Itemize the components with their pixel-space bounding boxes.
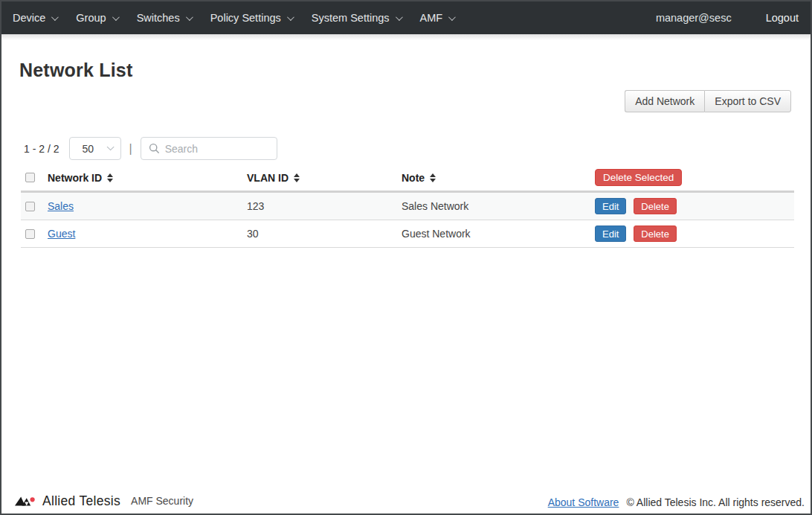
- search-icon: [149, 143, 160, 154]
- nav-item-switches[interactable]: Switches: [127, 1, 201, 34]
- select-all-checkbox[interactable]: [25, 173, 35, 182]
- sort-icon[interactable]: [430, 173, 436, 182]
- delete-selected-button[interactable]: Delete Selected: [595, 169, 682, 186]
- navbar-shadow: [1, 34, 811, 40]
- nav-item-policy-settings[interactable]: Policy Settings: [201, 1, 302, 34]
- network-id-link[interactable]: Sales: [48, 200, 74, 212]
- table-row: Guest 30 Guest Network Edit Delete: [21, 220, 794, 248]
- list-toolbar: 1 - 2 / 2 50 |: [24, 137, 811, 160]
- column-header-network-id: Network ID: [48, 172, 102, 184]
- sort-icon[interactable]: [294, 173, 300, 182]
- edit-button[interactable]: Edit: [595, 225, 626, 242]
- page-size-select[interactable]: 50: [69, 137, 121, 160]
- page-footer: Allied Telesis AMF Security About Softwa…: [1, 487, 811, 514]
- column-header-note: Note: [402, 172, 425, 184]
- nav-item-label: Policy Settings: [210, 12, 281, 24]
- nav-item-label: Switches: [137, 12, 180, 24]
- footer-right: About Software © Allied Telesis Inc. All…: [548, 496, 805, 509]
- allied-telesis-logo-icon: [15, 495, 37, 508]
- app-window: Device Group Switches Policy Settings Sy…: [0, 0, 812, 515]
- network-id-link[interactable]: Guest: [48, 228, 75, 240]
- copyright-text: © Allied Telesis Inc. All rights reserve…: [626, 496, 805, 508]
- export-to-csv-button[interactable]: Export to CSV: [704, 90, 791, 112]
- table-row: Sales 123 Sales Network Edit Delete: [21, 192, 794, 220]
- chevron-down-icon: [107, 143, 115, 150]
- brand: Allied Telesis AMF Security: [15, 493, 193, 509]
- top-action-buttons: Add Network Export to CSV: [1, 90, 791, 112]
- nav-item-system-settings[interactable]: System Settings: [302, 1, 410, 34]
- chevron-down-icon: [112, 13, 120, 21]
- search-input[interactable]: [165, 143, 271, 155]
- top-navbar: Device Group Switches Policy Settings Sy…: [1, 1, 811, 34]
- note-value: Sales Network: [402, 200, 468, 212]
- row-checkbox[interactable]: [25, 229, 35, 239]
- vlan-id-value: 123: [247, 200, 264, 212]
- network-list-table: Network ID VLAN ID Note: [21, 166, 794, 248]
- chevron-down-icon: [396, 13, 403, 21]
- product-name: AMF Security: [131, 495, 193, 508]
- note-value: Guest Network: [402, 228, 471, 240]
- nav-item-device[interactable]: Device: [3, 1, 66, 34]
- search-box: [141, 137, 277, 160]
- edit-button[interactable]: Edit: [595, 198, 626, 214]
- row-checkbox[interactable]: [25, 202, 35, 211]
- nav-item-label: AMF: [420, 12, 443, 24]
- nav-menu: Device Group Switches Policy Settings Sy…: [3, 1, 463, 34]
- main-content: Network List Add Network Export to CSV 1…: [1, 40, 811, 514]
- table-header-row: Network ID VLAN ID Note: [21, 166, 794, 192]
- nav-right: manager@sesc Logout: [656, 12, 799, 24]
- chevron-down-icon: [51, 13, 59, 21]
- nav-item-group[interactable]: Group: [66, 1, 126, 34]
- page-title: Network List: [19, 60, 811, 81]
- sort-icon[interactable]: [107, 173, 113, 182]
- delete-button[interactable]: Delete: [634, 198, 677, 214]
- logged-in-user: manager@sesc: [656, 12, 732, 24]
- chevron-down-icon: [186, 13, 193, 21]
- about-software-link[interactable]: About Software: [548, 496, 619, 508]
- column-header-vlan-id: VLAN ID: [247, 172, 289, 184]
- delete-button[interactable]: Delete: [634, 225, 677, 242]
- chevron-down-icon: [287, 13, 294, 21]
- brand-name: Allied Telesis: [42, 493, 120, 509]
- nav-item-label: System Settings: [312, 12, 390, 24]
- pagination-range: 1 - 2 / 2: [24, 143, 59, 155]
- add-network-button[interactable]: Add Network: [625, 90, 704, 112]
- page-size-value: 50: [82, 143, 106, 155]
- chevron-down-icon: [448, 13, 456, 21]
- vlan-id-value: 30: [247, 228, 259, 240]
- nav-item-label: Device: [13, 12, 45, 24]
- nav-item-label: Group: [76, 12, 106, 24]
- logout-button[interactable]: Logout: [766, 12, 799, 24]
- nav-item-amf[interactable]: AMF: [410, 1, 464, 34]
- toolbar-separator: |: [129, 142, 132, 156]
